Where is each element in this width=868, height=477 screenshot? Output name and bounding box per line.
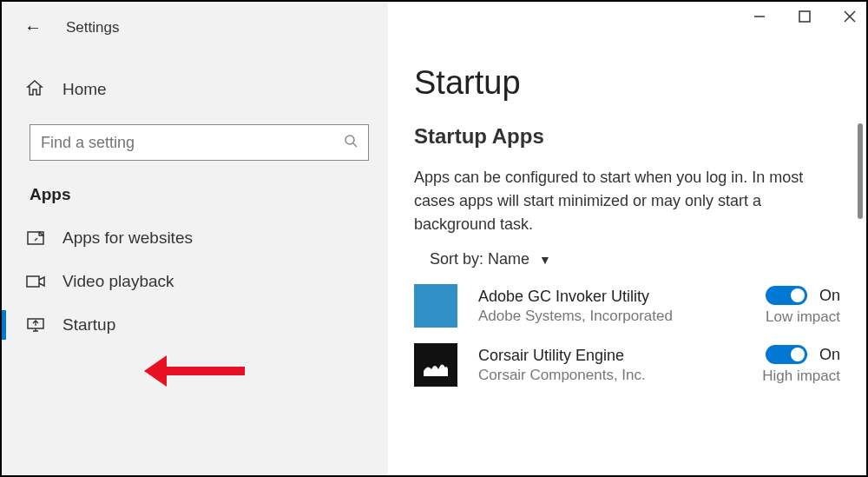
nav-home-label: Home — [62, 80, 107, 99]
sort-prefix: Sort by: — [430, 250, 488, 268]
search-icon — [344, 134, 358, 151]
description-text: Apps can be configured to start when you… — [414, 166, 813, 236]
minimize-icon[interactable] — [753, 10, 766, 25]
window-title: Settings — [66, 19, 119, 36]
app-publisher: Corsair Components, Inc. — [478, 367, 745, 384]
svg-line-1 — [353, 143, 357, 147]
svg-rect-8 — [799, 11, 810, 22]
home-icon — [26, 79, 43, 100]
app-icon — [414, 284, 457, 328]
impact-label: Low impact — [745, 308, 840, 326]
search-input-container[interactable] — [30, 124, 369, 161]
chevron-down-icon: ▼ — [539, 253, 551, 267]
startup-icon — [26, 318, 45, 332]
sidebar-item-label: Apps for websites — [62, 229, 193, 248]
toggle-switch[interactable] — [766, 345, 807, 364]
startup-app-row: Adobe GC Invoker Utility Adobe Systems, … — [414, 284, 840, 328]
impact-label: High impact — [745, 368, 840, 385]
main-content: Startup Startup Apps Apps can be configu… — [388, 2, 866, 475]
app-icon — [414, 343, 457, 387]
sidebar-item-startup[interactable]: Startup — [2, 303, 388, 347]
scrollbar[interactable] — [858, 123, 863, 219]
sidebar: ← Settings Home Apps Apps for websites — [2, 2, 388, 475]
startup-app-row: Corsair Utility Engine Corsair Component… — [414, 343, 840, 387]
sidebar-item-label: Video playback — [62, 272, 174, 291]
back-arrow-icon[interactable]: ← — [24, 17, 42, 37]
app-name: Adobe GC Invoker Utility — [478, 288, 745, 306]
sidebar-item-apps-for-websites[interactable]: Apps for websites — [2, 216, 388, 260]
nav-home[interactable]: Home — [2, 72, 388, 107]
sort-by-dropdown[interactable]: Sort by: Name ▼ — [414, 250, 840, 268]
video-icon — [26, 275, 45, 288]
close-icon[interactable] — [844, 10, 856, 25]
apps-websites-icon — [26, 231, 45, 245]
sidebar-item-video-playback[interactable]: Video playback — [2, 260, 388, 303]
section-title: Startup Apps — [414, 124, 840, 149]
toggle-state: On — [819, 287, 840, 305]
app-name: Corsair Utility Engine — [478, 347, 745, 365]
sidebar-category: Apps — [2, 161, 388, 216]
sort-value: Name — [488, 250, 529, 268]
toggle-state: On — [819, 346, 840, 364]
svg-point-0 — [345, 136, 354, 144]
sidebar-item-label: Startup — [62, 315, 115, 335]
toggle-switch[interactable] — [766, 286, 807, 305]
svg-rect-3 — [27, 276, 39, 287]
maximize-icon[interactable] — [799, 10, 811, 25]
app-publisher: Adobe Systems, Incorporated — [478, 308, 745, 325]
search-input[interactable] — [41, 134, 344, 152]
